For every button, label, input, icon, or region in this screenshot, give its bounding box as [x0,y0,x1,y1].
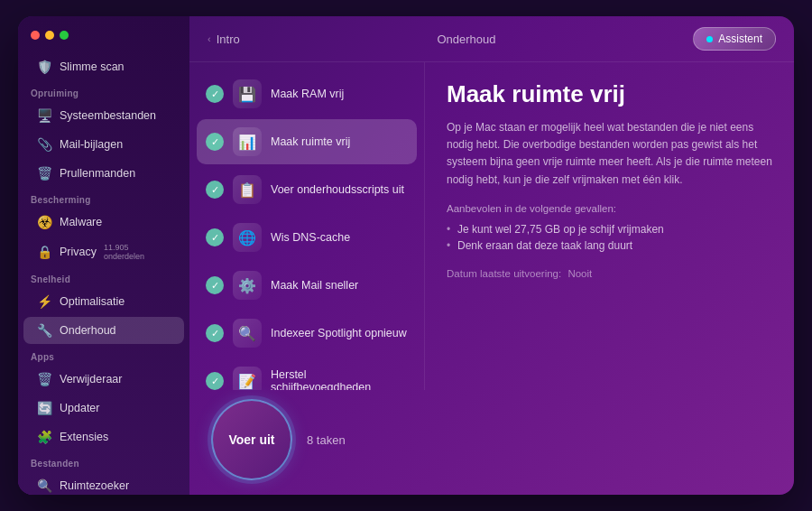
task-label: Maak ruimte vrij [271,135,350,148]
task-icon: 🌐 [233,223,262,252]
task-label: Voer onderhoudsscripts uit [271,183,404,196]
sidebar-item-label: Ruimtezoeker [60,479,129,492]
malware-icon: ☣️ [36,214,52,230]
back-chevron-icon: ‹ [208,33,211,44]
task-check-icon: ✓ [206,324,224,342]
task-icon: ⚙️ [233,271,262,300]
last-run-label: Datum laatste uitvoering: [447,268,561,279]
sidebar-item-label: Onderhoud [60,324,116,337]
task-item[interactable]: ✓📋Voer onderhoudsscripts uit [197,167,417,212]
privacy-badge: 11.905 onderdelen [104,243,171,261]
sidebar-item-mail-bijlagen[interactable]: 📎 Mail-bijlagen [23,131,184,158]
assistant-dot-icon [706,36,713,42]
maintenance-icon: 🔧 [36,322,52,339]
sidebar-item-verwijderaar[interactable]: 🗑️ Verwijderaar [23,366,184,393]
task-item[interactable]: ✓💾Maak RAM vrij [197,71,417,116]
task-check-icon: ✓ [206,228,224,246]
sidebar-item-label: Verwijderaar [60,373,122,386]
task-label: Maak RAM vrij [271,88,344,100]
last-run-value: Nooit [567,268,592,279]
bottom-action: Voer uit 8 taken [189,390,794,495]
task-item[interactable]: ✓📊Maak ruimte vrij [197,119,417,164]
task-check-icon: ✓ [206,85,224,103]
sidebar-item-extensies[interactable]: 🧩 Extensies [23,423,184,451]
task-item[interactable]: ✓📝Herstel schijfbevoegdheden [197,358,417,390]
breadcrumb-back[interactable]: Intro [217,33,240,46]
task-check-icon: ✓ [206,181,224,199]
task-item[interactable]: ✓⚙️Maak Mail sneller [197,263,417,308]
sidebar-item-malware[interactable]: ☣️ Malware [23,209,184,236]
detail-last-run: Datum laatste uitvoering: Nooit [447,268,772,279]
sidebar-item-ruimtezoeker[interactable]: 🔍 Ruimtezoeker [23,472,184,495]
finder-icon: 🔍 [36,478,52,494]
section-label-bescherming: Bescherming [18,188,189,208]
sidebar-item-label: Updater [60,402,99,414]
sidebar-item-optimalisatie[interactable]: ⚡ Optimalisatie [23,288,184,315]
top-bar: ‹ Intro Onderhoud Assistent [189,16,794,62]
section-label-apps: Apps [18,345,189,365]
task-icon: 📋 [233,175,262,204]
sidebar: 🛡️ Slimme scan Opruiming 🖥️ Systeembesta… [18,16,189,495]
scan-icon: 🛡️ [36,59,52,75]
sidebar-item-label: Extensies [60,431,108,443]
sidebar-item-label: Slimme scan [60,60,125,73]
sidebar-item-prullenmanden[interactable]: 🗑️ Prullenmanden [23,160,184,187]
close-button[interactable] [31,31,40,40]
task-check-icon: ✓ [206,276,224,294]
section-label-bestanden: Bestanden [18,451,189,471]
task-label: Indexeer Spotlight opnieuw [271,327,407,339]
sidebar-item-onderhoud[interactable]: 🔧 Onderhoud [23,317,184,344]
sidebar-item-privacy[interactable]: 🔒 Privacy 11.905 onderdelen [23,237,184,266]
task-item[interactable]: ✓🌐Wis DNS-cache [197,215,417,260]
sidebar-item-label: Prullenmanden [60,167,135,180]
assistant-label: Assistent [718,33,762,45]
task-item[interactable]: ✓🔍Indexeer Spotlight opnieuw [197,311,417,356]
section-label-snelheid: Snelheid [18,267,189,287]
section-label-opruiming: Opruiming [18,81,189,101]
sidebar-item-slimme-scan[interactable]: 🛡️ Slimme scan [23,53,184,80]
detail-title: Maak ruimte vrij [447,80,772,108]
task-check-icon: ✓ [206,372,224,390]
task-icon: 📝 [233,367,262,390]
detail-panel: Maak ruimte vrij Op je Mac staan er moge… [424,62,794,390]
task-list: ✓💾Maak RAM vrij✓📊Maak ruimte vrij✓📋Voer … [189,62,424,390]
run-button[interactable]: Voer uit [211,399,292,480]
task-icon: 🔍 [233,319,262,348]
minimize-button[interactable] [45,31,54,40]
trash-icon: 🗑️ [36,165,52,181]
update-icon: 🔄 [36,400,52,416]
detail-recommended-label: Aanbevolen in de volgende gevallen: [447,203,772,214]
task-icon: 📊 [233,127,262,156]
sidebar-item-label: Malware [60,216,102,228]
detail-description: Op je Mac staan er mogelijk heel wat bes… [447,119,772,189]
task-check-icon: ✓ [206,133,224,151]
main-content: ‹ Intro Onderhoud Assistent ✓💾Maak RAM v… [189,16,794,495]
traffic-lights [18,31,189,52]
task-label: Wis DNS-cache [271,231,350,244]
sidebar-item-label: Optimalisatie [60,295,125,308]
app-window: 🛡️ Slimme scan Opruiming 🖥️ Systeembesta… [18,16,794,495]
content-area: ✓💾Maak RAM vrij✓📊Maak ruimte vrij✓📋Voer … [189,62,794,390]
mail-icon: 📎 [36,136,52,153]
detail-bullet: Denk eraan dat deze taak lang duurt [447,237,772,254]
sidebar-item-updater[interactable]: 🔄 Updater [23,395,184,422]
maximize-button[interactable] [60,31,69,40]
section-title: Onderhoud [437,33,495,46]
tasks-count: 8 taken [307,433,346,447]
extensions-icon: 🧩 [36,429,52,445]
task-label: Herstel schijfbevoegdheden [271,368,408,390]
task-icon: 💾 [233,79,262,108]
sidebar-item-label: Systeembestanden [60,109,156,122]
task-label: Maak Mail sneller [271,279,358,292]
sidebar-item-label: Mail-bijlagen [60,138,123,151]
sidebar-item-label: Privacy [60,246,97,258]
privacy-icon: 🔒 [36,244,52,260]
speed-icon: ⚡ [36,293,52,310]
assistant-button[interactable]: Assistent [693,27,776,51]
system-icon: 🖥️ [36,107,52,124]
detail-bullet: Je kunt wel 27,75 GB op je schijf vrijma… [447,221,772,237]
uninstall-icon: 🗑️ [36,371,52,387]
sidebar-item-systeembestanden[interactable]: 🖥️ Systeembestanden [23,102,184,129]
breadcrumb: ‹ Intro [208,33,240,46]
detail-bullets: Je kunt wel 27,75 GB op je schijf vrijma… [447,221,772,254]
